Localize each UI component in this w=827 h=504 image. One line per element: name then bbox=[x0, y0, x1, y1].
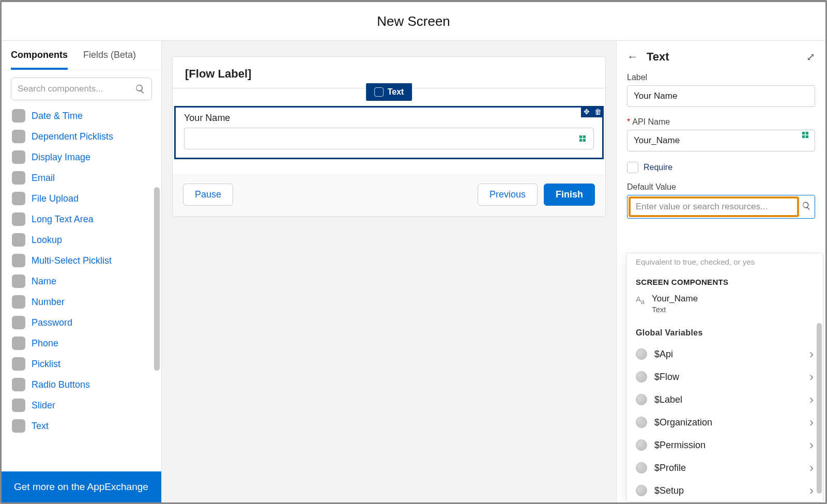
component-icon bbox=[12, 130, 25, 143]
chevron-right-icon: › bbox=[809, 415, 814, 430]
component-icon bbox=[12, 378, 25, 391]
search-icon[interactable] bbox=[799, 201, 814, 213]
chevron-right-icon: › bbox=[809, 392, 814, 407]
component-item[interactable]: Multi-Select Picklist bbox=[11, 250, 156, 271]
delete-icon[interactable]: 🗑 bbox=[592, 106, 604, 117]
component-item[interactable]: Dependent Picklists bbox=[11, 126, 156, 147]
component-label: Text bbox=[32, 421, 49, 432]
expand-icon[interactable]: ⤢ bbox=[806, 51, 815, 63]
component-item[interactable]: Slider bbox=[11, 395, 156, 416]
back-icon[interactable]: ← bbox=[627, 50, 638, 64]
component-icon bbox=[12, 357, 25, 371]
section-global-variables: Global Variables bbox=[626, 323, 823, 343]
global-variable-item[interactable]: $Profile› bbox=[626, 456, 823, 479]
panel-title: Text bbox=[647, 50, 669, 64]
modal-title: New Screen bbox=[2, 2, 825, 41]
chevron-right-icon: › bbox=[809, 347, 814, 361]
component-item[interactable]: Lookup bbox=[11, 230, 156, 250]
label-input[interactable] bbox=[627, 85, 815, 107]
component-label: Phone bbox=[32, 338, 58, 349]
field-input[interactable] bbox=[184, 128, 594, 149]
chevron-right-icon: › bbox=[809, 461, 814, 475]
screen-component-item[interactable]: Aa Your_Name Text bbox=[626, 292, 823, 323]
resource-icon bbox=[578, 134, 587, 143]
global-var-label: $Label bbox=[654, 394, 682, 405]
component-icon bbox=[12, 295, 25, 309]
field-label: Your Name bbox=[184, 113, 594, 124]
global-variable-item[interactable]: $Api› bbox=[626, 343, 823, 365]
global-variable-item[interactable]: $Flow› bbox=[626, 365, 823, 388]
component-label: File Upload bbox=[32, 193, 79, 204]
component-item[interactable]: Email bbox=[11, 167, 156, 188]
finish-button[interactable]: Finish bbox=[544, 184, 595, 206]
component-item[interactable]: Text bbox=[11, 416, 156, 436]
component-icon bbox=[12, 254, 25, 267]
global-var-label: $Flow bbox=[654, 372, 679, 383]
global-var-label: $Setup bbox=[654, 485, 684, 496]
component-label: Slider bbox=[32, 400, 55, 411]
resource-dropdown[interactable]: Equivalent to true, checked, or yes SCRE… bbox=[626, 253, 823, 502]
component-icon bbox=[12, 171, 25, 185]
component-label: Email bbox=[32, 173, 55, 184]
component-item[interactable]: Long Text Area bbox=[11, 209, 156, 230]
component-item[interactable]: Name bbox=[11, 271, 156, 292]
appexchange-link[interactable]: Get more on the AppExchange bbox=[2, 471, 161, 502]
component-label: Radio Buttons bbox=[32, 379, 90, 390]
require-label: Require bbox=[644, 163, 672, 172]
scrollbar-thumb[interactable] bbox=[817, 323, 822, 494]
component-item[interactable]: Radio Buttons bbox=[11, 374, 156, 395]
default-value-input[interactable] bbox=[636, 202, 792, 212]
text-icon bbox=[374, 87, 384, 97]
component-list[interactable]: Date & Time Dependent Picklists Display … bbox=[2, 104, 161, 471]
screen-canvas[interactable]: [Flow Label] Text ✥ 🗑 Your Name bbox=[172, 56, 606, 217]
move-icon[interactable]: ✥ bbox=[581, 106, 592, 117]
component-label: Multi-Select Picklist bbox=[32, 255, 112, 266]
component-label: Picklist bbox=[32, 359, 60, 370]
component-icon bbox=[12, 233, 25, 247]
component-item[interactable]: File Upload bbox=[11, 188, 156, 209]
globe-icon bbox=[636, 394, 647, 405]
component-icon bbox=[12, 150, 25, 164]
component-item[interactable]: Password bbox=[11, 312, 156, 333]
require-checkbox[interactable]: Require bbox=[627, 162, 815, 173]
component-item[interactable]: Date & Time bbox=[11, 105, 156, 126]
component-item[interactable]: Picklist bbox=[11, 354, 156, 374]
resource-icon[interactable] bbox=[801, 130, 810, 142]
api-name-input[interactable] bbox=[627, 130, 815, 151]
global-variable-item[interactable]: $Setup› bbox=[626, 479, 823, 502]
selected-text-field[interactable]: ✥ 🗑 Your Name bbox=[174, 106, 604, 159]
pause-button[interactable]: Pause bbox=[183, 184, 233, 206]
global-var-label: $Permission bbox=[654, 440, 706, 451]
properties-panel: ← Text ⤢ Label *API Name bbox=[616, 41, 825, 502]
component-type-tag: Text bbox=[366, 83, 412, 101]
component-item[interactable]: Phone bbox=[11, 333, 156, 354]
globe-icon bbox=[636, 371, 647, 383]
component-search-input[interactable] bbox=[18, 84, 135, 94]
component-item[interactable]: Number bbox=[11, 292, 156, 312]
sc-item-name: Your_Name bbox=[652, 294, 698, 304]
global-variable-item[interactable]: $Permission› bbox=[626, 434, 823, 456]
canvas-footer: Pause Previous Finish bbox=[173, 175, 605, 216]
global-variable-item[interactable]: $System› bbox=[626, 502, 823, 502]
text-type-icon: Aa bbox=[636, 295, 645, 306]
component-icon bbox=[12, 109, 25, 123]
checkbox-icon[interactable] bbox=[627, 162, 638, 173]
canvas-area: [Flow Label] Text ✥ 🗑 Your Name bbox=[162, 41, 616, 502]
component-label: Display Image bbox=[32, 152, 90, 163]
sc-item-type: Text bbox=[652, 305, 698, 314]
component-label: Dependent Picklists bbox=[32, 131, 113, 142]
default-value-label: Default Value bbox=[627, 182, 815, 192]
component-search[interactable] bbox=[11, 78, 152, 100]
global-variable-item[interactable]: $Organization› bbox=[626, 411, 823, 434]
section-screen-components: SCREEN COMPONENTS bbox=[626, 272, 823, 292]
tab-fields[interactable]: Fields (Beta) bbox=[83, 41, 136, 70]
tab-components[interactable]: Components bbox=[11, 41, 68, 70]
component-label: Number bbox=[32, 297, 65, 308]
scrollbar-thumb[interactable] bbox=[154, 187, 160, 371]
globe-icon bbox=[636, 462, 647, 474]
globe-icon bbox=[636, 348, 647, 360]
component-item[interactable]: Display Image bbox=[11, 147, 156, 167]
previous-button[interactable]: Previous bbox=[478, 184, 538, 206]
component-icon bbox=[12, 316, 25, 329]
global-variable-item[interactable]: $Label› bbox=[626, 388, 823, 411]
